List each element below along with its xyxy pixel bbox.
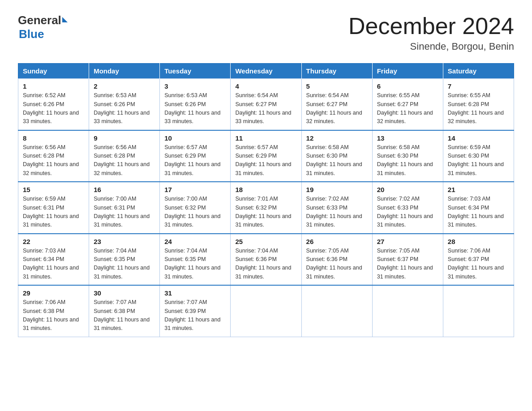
day-number: 20 [377,186,438,193]
day-cell-30: 30Sunrise: 7:07 AMSunset: 6:38 PMDayligh… [89,285,160,337]
day-info: Sunrise: 7:03 AMSunset: 6:34 PMDaylight:… [23,247,84,282]
day-number: 31 [164,289,226,297]
day-number: 13 [377,134,438,142]
week-row-3: 15Sunrise: 6:59 AMSunset: 6:31 PMDayligh… [18,182,514,234]
day-cell-16: 16Sunrise: 7:00 AMSunset: 6:31 PMDayligh… [89,182,160,234]
empty-cell [301,285,372,337]
day-cell-13: 13Sunrise: 6:58 AMSunset: 6:30 PMDayligh… [372,130,443,182]
day-number: 24 [164,238,226,245]
day-cell-4: 4Sunrise: 6:54 AMSunset: 6:27 PMDaylight… [231,79,301,130]
day-info: Sunrise: 6:56 AMSunset: 6:28 PMDaylight:… [94,143,155,178]
day-number: 1 [23,82,84,90]
day-info: Sunrise: 7:04 AMSunset: 6:35 PMDaylight:… [94,247,155,282]
week-row-1: 1Sunrise: 6:52 AMSunset: 6:26 PMDaylight… [18,79,514,130]
day-cell-18: 18Sunrise: 7:01 AMSunset: 6:32 PMDayligh… [231,182,301,234]
day-cell-2: 2Sunrise: 6:53 AMSunset: 6:26 PMDaylight… [89,79,160,130]
day-info: Sunrise: 7:06 AMSunset: 6:37 PMDaylight:… [448,247,509,282]
day-info: Sunrise: 7:04 AMSunset: 6:36 PMDaylight:… [235,247,296,282]
day-cell-8: 8Sunrise: 6:56 AMSunset: 6:28 PMDaylight… [18,130,89,182]
empty-cell [372,285,443,337]
day-info: Sunrise: 6:58 AMSunset: 6:30 PMDaylight:… [306,143,368,178]
weekday-header-row: SundayMondayTuesdayWednesdayThursdayFrid… [18,64,514,79]
day-number: 12 [306,134,368,142]
day-cell-19: 19Sunrise: 7:02 AMSunset: 6:33 PMDayligh… [301,182,372,234]
logo: General Blue [18,13,68,41]
day-number: 2 [94,82,155,90]
day-info: Sunrise: 7:03 AMSunset: 6:34 PMDaylight:… [448,195,509,230]
day-number: 25 [235,238,296,245]
day-info: Sunrise: 7:07 AMSunset: 6:38 PMDaylight:… [94,298,155,333]
day-number: 23 [94,238,155,245]
day-info: Sunrise: 6:55 AMSunset: 6:28 PMDaylight:… [448,91,509,126]
day-info: Sunrise: 6:57 AMSunset: 6:29 PMDaylight:… [235,143,296,178]
weekday-header-sunday: Sunday [18,64,89,79]
day-cell-27: 27Sunrise: 7:05 AMSunset: 6:37 PMDayligh… [372,234,443,286]
day-number: 29 [23,289,84,297]
day-cell-5: 5Sunrise: 6:54 AMSunset: 6:27 PMDaylight… [301,79,372,130]
subtitle: Sinende, Borgou, Benin [348,41,514,52]
day-info: Sunrise: 6:58 AMSunset: 6:30 PMDaylight:… [377,143,438,178]
day-number: 28 [448,238,509,245]
day-info: Sunrise: 7:04 AMSunset: 6:35 PMDaylight:… [164,247,226,282]
week-row-2: 8Sunrise: 6:56 AMSunset: 6:28 PMDaylight… [18,130,514,182]
calendar-table: SundayMondayTuesdayWednesdayThursdayFrid… [18,63,514,337]
day-cell-9: 9Sunrise: 6:56 AMSunset: 6:28 PMDaylight… [89,130,160,182]
day-info: Sunrise: 7:07 AMSunset: 6:39 PMDaylight:… [164,298,226,333]
logo-triangle-icon [62,17,68,22]
day-cell-23: 23Sunrise: 7:04 AMSunset: 6:35 PMDayligh… [89,234,160,286]
day-cell-28: 28Sunrise: 7:06 AMSunset: 6:37 PMDayligh… [443,234,514,286]
main-title: December 2024 [348,13,514,39]
day-info: Sunrise: 6:54 AMSunset: 6:27 PMDaylight:… [235,91,296,126]
day-cell-20: 20Sunrise: 7:02 AMSunset: 6:33 PMDayligh… [372,182,443,234]
day-info: Sunrise: 6:53 AMSunset: 6:26 PMDaylight:… [164,91,226,126]
day-cell-22: 22Sunrise: 7:03 AMSunset: 6:34 PMDayligh… [18,234,89,286]
day-cell-17: 17Sunrise: 7:00 AMSunset: 6:32 PMDayligh… [160,182,231,234]
day-info: Sunrise: 6:56 AMSunset: 6:28 PMDaylight:… [23,143,84,178]
day-number: 4 [235,82,296,90]
day-number: 27 [377,238,438,245]
day-info: Sunrise: 6:53 AMSunset: 6:26 PMDaylight:… [94,91,155,126]
weekday-header-wednesday: Wednesday [231,64,301,79]
week-row-5: 29Sunrise: 7:06 AMSunset: 6:38 PMDayligh… [18,285,514,337]
title-block: December 2024 Sinende, Borgou, Benin [348,13,514,52]
day-info: Sunrise: 7:06 AMSunset: 6:38 PMDaylight:… [23,298,84,333]
weekday-header-friday: Friday [372,64,443,79]
day-cell-29: 29Sunrise: 7:06 AMSunset: 6:38 PMDayligh… [18,285,89,337]
day-info: Sunrise: 6:54 AMSunset: 6:27 PMDaylight:… [306,91,368,126]
day-info: Sunrise: 6:57 AMSunset: 6:29 PMDaylight:… [164,143,226,178]
empty-cell [231,285,301,337]
page-header: General Blue December 2024 Sinende, Borg… [18,13,514,52]
weekday-header-tuesday: Tuesday [160,64,231,79]
day-cell-7: 7Sunrise: 6:55 AMSunset: 6:28 PMDaylight… [443,79,514,130]
day-info: Sunrise: 6:59 AMSunset: 6:31 PMDaylight:… [23,195,84,230]
day-number: 30 [94,289,155,297]
day-info: Sunrise: 7:02 AMSunset: 6:33 PMDaylight:… [306,195,368,230]
day-info: Sunrise: 7:00 AMSunset: 6:31 PMDaylight:… [94,195,155,230]
weekday-header-monday: Monday [89,64,160,79]
day-cell-10: 10Sunrise: 6:57 AMSunset: 6:29 PMDayligh… [160,130,231,182]
day-number: 6 [377,82,438,90]
day-info: Sunrise: 7:05 AMSunset: 6:37 PMDaylight:… [377,247,438,282]
day-info: Sunrise: 7:01 AMSunset: 6:32 PMDaylight:… [235,195,296,230]
empty-cell [443,285,514,337]
day-info: Sunrise: 7:05 AMSunset: 6:36 PMDaylight:… [306,247,368,282]
day-cell-26: 26Sunrise: 7:05 AMSunset: 6:36 PMDayligh… [301,234,372,286]
day-cell-31: 31Sunrise: 7:07 AMSunset: 6:39 PMDayligh… [160,285,231,337]
logo-blue: Blue [19,27,44,41]
day-info: Sunrise: 7:02 AMSunset: 6:33 PMDaylight:… [377,195,438,230]
day-number: 9 [94,134,155,142]
day-number: 18 [235,186,296,193]
day-info: Sunrise: 7:00 AMSunset: 6:32 PMDaylight:… [164,195,226,230]
day-number: 5 [306,82,368,90]
day-number: 26 [306,238,368,245]
day-info: Sunrise: 6:52 AMSunset: 6:26 PMDaylight:… [23,91,84,126]
day-cell-1: 1Sunrise: 6:52 AMSunset: 6:26 PMDaylight… [18,79,89,130]
day-cell-25: 25Sunrise: 7:04 AMSunset: 6:36 PMDayligh… [231,234,301,286]
day-info: Sunrise: 6:55 AMSunset: 6:27 PMDaylight:… [377,91,438,126]
day-number: 22 [23,238,84,245]
logo-general: General [18,13,61,27]
day-cell-12: 12Sunrise: 6:58 AMSunset: 6:30 PMDayligh… [301,130,372,182]
day-cell-21: 21Sunrise: 7:03 AMSunset: 6:34 PMDayligh… [443,182,514,234]
day-number: 16 [94,186,155,193]
day-number: 11 [235,134,296,142]
